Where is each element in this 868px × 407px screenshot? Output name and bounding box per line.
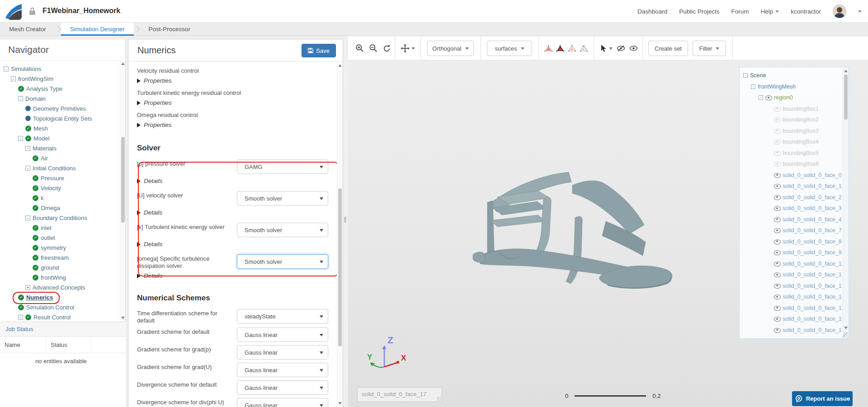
show-entity-icon[interactable] xyxy=(629,36,638,61)
numerics-scrollbar[interactable] xyxy=(337,62,343,407)
scene-tree-item[interactable]: Scene xyxy=(740,70,842,81)
solver-select[interactable]: Smooth solver xyxy=(237,191,328,206)
visibility-eye-icon[interactable] xyxy=(774,129,780,133)
panel-resize-handle[interactable]: ∥ xyxy=(344,216,347,223)
visibility-eye-icon[interactable] xyxy=(774,284,780,288)
zoom-in-icon[interactable] xyxy=(355,36,364,61)
save-button[interactable]: Save xyxy=(302,44,336,57)
scene-tree-item[interactable]: solid_0_solid_0_face_4 xyxy=(740,214,842,225)
tree-toggle-icon[interactable] xyxy=(25,166,30,171)
visibility-eye-icon[interactable] xyxy=(774,217,780,222)
scheme-select[interactable]: Gauss linear xyxy=(237,363,328,377)
scene-tree-item[interactable]: solid_0_solid_0_face_14 xyxy=(740,291,842,303)
scene-tree-item[interactable]: solid_0_solid_0_face_12 xyxy=(740,269,842,281)
panel-resize-grip[interactable] xyxy=(843,332,848,338)
tree-toggle-icon[interactable] xyxy=(743,73,748,78)
tree-item[interactable]: Analysis Type xyxy=(0,84,120,94)
scrollbar-thumb[interactable] xyxy=(338,188,342,346)
select-cursor-icon[interactable] xyxy=(600,36,613,61)
viewport-3d[interactable]: Orthogonal surfaces xyxy=(348,36,868,407)
details-toggle[interactable]: Details xyxy=(137,241,328,248)
scene-tree-item[interactable]: boundingBox4 xyxy=(740,136,842,148)
mesh-quality-icon-a[interactable] xyxy=(544,36,553,61)
nav-help[interactable]: Help xyxy=(760,8,779,15)
scroll-down-icon[interactable] xyxy=(844,327,848,329)
scheme-select[interactable]: Gauss linear xyxy=(237,398,328,407)
visibility-eye-icon[interactable] xyxy=(774,306,780,310)
avatar[interactable] xyxy=(833,5,846,18)
tree-item[interactable]: Omega xyxy=(0,203,120,213)
pan-tool-icon[interactable] xyxy=(401,36,415,61)
tree-item[interactable]: freestream xyxy=(0,253,120,262)
tree-item[interactable]: ground xyxy=(0,262,120,272)
tree-item[interactable]: inlet xyxy=(0,223,120,233)
create-set-button[interactable]: Create set xyxy=(648,41,688,56)
nav-public-projects[interactable]: Public Projects xyxy=(679,8,719,15)
scene-tree-item[interactable]: solid_0_solid_0_face_17 xyxy=(740,325,842,336)
tree-item[interactable]: Simulation Control xyxy=(0,302,120,312)
scroll-up-icon[interactable] xyxy=(844,70,848,72)
scene-tree-item[interactable]: solid_0_solid_0_face_9 xyxy=(740,247,842,258)
tree-toggle-icon[interactable] xyxy=(25,215,30,220)
nav-dashboard[interactable]: Dashboard xyxy=(637,8,667,15)
scene-tree-item[interactable]: solid_0_solid_0_face_11 xyxy=(740,258,842,270)
tree-item[interactable]: Mesh xyxy=(0,123,120,133)
scene-tree-item[interactable]: solid_0_solid_0_face_1 xyxy=(740,181,842,192)
tree-item[interactable]: Pressure xyxy=(0,173,120,183)
projection-select[interactable]: Orthogonal xyxy=(427,41,474,56)
scene-tree-item[interactable]: boundingBox1 xyxy=(740,103,842,115)
scene-tree-item[interactable]: boundingBox2 xyxy=(740,114,842,126)
nav-forum[interactable]: Forum xyxy=(731,8,749,15)
tree-item[interactable]: Advanced Concepts xyxy=(0,282,120,292)
scroll-up-icon[interactable] xyxy=(338,64,342,67)
scene-tree-item[interactable]: solid_0_solid_0_face_16 xyxy=(740,313,842,325)
scene-tree-item[interactable]: boundingBox6 xyxy=(740,159,842,170)
tree-item[interactable]: Initial Conditions xyxy=(0,163,120,173)
mesh-quality-icon-d[interactable] xyxy=(580,36,588,61)
scheme-select[interactable]: steadyState xyxy=(237,309,328,323)
front-wing-model[interactable] xyxy=(470,154,678,298)
visibility-eye-icon[interactable] xyxy=(774,173,780,178)
visibility-eye-icon[interactable] xyxy=(774,262,780,266)
visibility-eye-icon[interactable] xyxy=(774,250,780,255)
visibility-eye-icon[interactable] xyxy=(774,206,780,211)
tree-item[interactable]: Result Control xyxy=(0,312,120,322)
tree-item[interactable]: Boundary Conditions xyxy=(0,213,120,223)
tree-item[interactable]: Numerics xyxy=(0,292,120,302)
visibility-eye-icon[interactable] xyxy=(774,228,780,233)
tab-post-processor[interactable]: Post-Processor xyxy=(140,23,199,36)
tree-item[interactable]: Velocity xyxy=(0,183,120,193)
hovered-face-label[interactable]: solid_0_solid_0_face_17 xyxy=(357,387,442,402)
visibility-eye-icon[interactable] xyxy=(774,107,780,111)
tree-item[interactable]: frontWing xyxy=(0,272,120,282)
visibility-eye-icon[interactable] xyxy=(765,95,772,100)
properties-toggle[interactable]: Properties xyxy=(137,99,328,106)
scroll-down-icon[interactable] xyxy=(338,402,342,405)
scene-tree-item[interactable]: solid_0_solid_0_face_15 xyxy=(740,303,842,314)
scene-tree-item[interactable]: solid_0_solid_0_face_8 xyxy=(740,236,842,248)
scene-tree-item[interactable]: solid_0_solid_0_face_0 xyxy=(740,170,842,181)
tree-toggle-icon[interactable] xyxy=(18,96,23,101)
scene-tree-item[interactable]: frontWingMesh xyxy=(740,81,842,93)
tree-toggle-icon[interactable] xyxy=(18,315,23,320)
scene-tree-item[interactable]: boundingBox5 xyxy=(740,148,842,159)
scene-tree-item[interactable]: solid_0_solid_0_face_13 xyxy=(740,281,842,292)
tree-item[interactable]: Simulations xyxy=(0,64,120,74)
scene-tree-scrollbar[interactable] xyxy=(843,67,849,338)
scene-tree-item[interactable]: solid_0_solid_0_face_7 xyxy=(740,225,842,236)
scroll-down-icon[interactable] xyxy=(121,317,125,319)
render-mode-select[interactable]: surfaces xyxy=(487,41,532,56)
tree-toggle-icon[interactable] xyxy=(18,136,23,141)
tree-item[interactable]: Materials xyxy=(0,143,120,153)
report-issue-button[interactable]: Report an issue xyxy=(792,391,853,406)
reset-view-icon[interactable] xyxy=(382,36,391,61)
visibility-eye-icon[interactable] xyxy=(774,195,780,200)
tab-simulation-designer[interactable]: Simulation Designer xyxy=(61,23,134,36)
scene-tree-item[interactable]: region0 xyxy=(740,92,842,103)
tree-item[interactable]: frontWingSim xyxy=(0,74,120,84)
scheme-select[interactable]: Gauss linear xyxy=(237,327,328,342)
hide-entity-icon[interactable] xyxy=(617,36,625,61)
tree-item[interactable]: outlet xyxy=(0,233,120,243)
tree-toggle-icon[interactable] xyxy=(759,95,763,100)
visibility-eye-icon[interactable] xyxy=(774,328,780,332)
